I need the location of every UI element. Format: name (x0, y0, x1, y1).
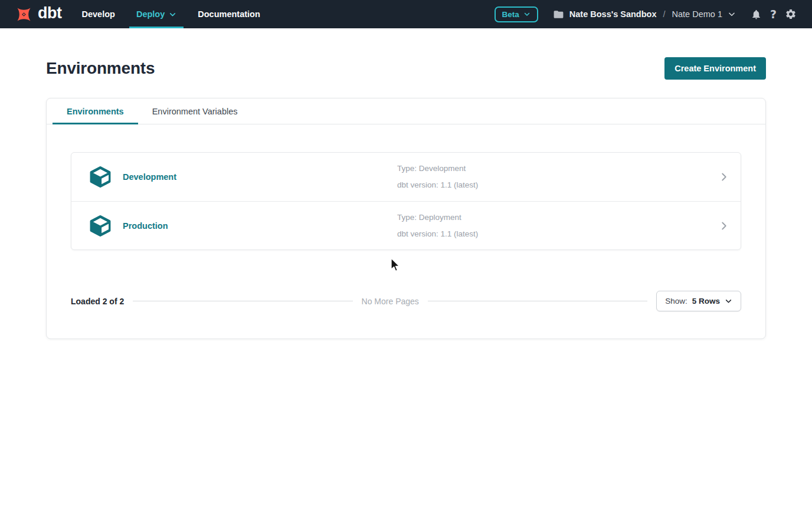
navbar-right-group: Beta Nate Boss's Sandbox / Nate Demo 1 ? (495, 6, 797, 22)
gear-icon[interactable] (785, 8, 797, 20)
folder-icon (553, 9, 564, 20)
loaded-count: Loaded 2 of 2 (71, 297, 124, 306)
beta-label: Beta (502, 10, 519, 19)
tab-label: Environment Variables (152, 107, 238, 116)
chevron-down-icon (169, 11, 176, 18)
environment-meta: Type: Development dbt version: 1.1 (late… (397, 160, 708, 193)
chevron-down-icon (728, 10, 736, 18)
help-icon[interactable]: ? (770, 8, 777, 21)
project-selector[interactable]: Nate Boss's Sandbox / Nate Demo 1 (553, 9, 736, 20)
dbt-logo-icon (14, 5, 34, 24)
page-header: Environments Create Environment (46, 57, 766, 80)
divider-line (428, 301, 647, 301)
navbar-icon-group: ? (751, 8, 797, 21)
chevron-right-icon[interactable] (718, 219, 731, 232)
environment-name-link[interactable]: Development (123, 172, 176, 182)
primary-nav: Develop Deploy Documentation (71, 0, 270, 28)
environment-row-production[interactable]: Production Type: Deployment dbt version:… (71, 201, 741, 249)
dbt-logo[interactable]: dbt (14, 5, 61, 24)
tab-bar: Environments Environment Variables (47, 98, 765, 124)
rows-per-page-dropdown[interactable]: Show: 5 Rows (656, 291, 741, 311)
environment-type: Type: Development (397, 160, 708, 177)
project-name: Nate Demo 1 (672, 9, 722, 19)
nav-item-documentation[interactable]: Documentation (191, 0, 267, 28)
page-title: Environments (46, 59, 155, 78)
rows-value: 5 Rows (692, 297, 720, 305)
no-more-pages-label: No More Pages (362, 297, 419, 306)
environment-dbt-version: dbt version: 1.1 (latest) (397, 177, 708, 193)
nav-item-label: Deploy (136, 9, 165, 19)
nav-item-label: Documentation (198, 9, 260, 19)
environment-row-left: Development (71, 166, 397, 188)
environment-dbt-version: dbt version: 1.1 (latest) (397, 226, 708, 242)
environment-meta: Type: Deployment dbt version: 1.1 (lates… (397, 209, 708, 242)
create-environment-button[interactable]: Create Environment (664, 57, 766, 80)
show-label: Show: (665, 297, 687, 305)
account-name: Nate Boss's Sandbox (569, 9, 657, 19)
environment-row-development[interactable]: Development Type: Development dbt versio… (71, 153, 741, 201)
card-body: Development Type: Development dbt versio… (47, 124, 765, 339)
chevron-right-icon[interactable] (718, 170, 731, 183)
chevron-down-icon (523, 11, 531, 18)
environment-type: Type: Deployment (397, 209, 708, 226)
environment-cube-icon (89, 166, 112, 188)
environment-list: Development Type: Development dbt versio… (71, 152, 741, 250)
dbt-logo-text: dbt (38, 5, 61, 21)
bell-icon[interactable] (751, 9, 762, 20)
tab-environment-variables[interactable]: Environment Variables (138, 98, 252, 124)
chevron-down-icon (725, 297, 732, 305)
nav-item-deploy[interactable]: Deploy (129, 0, 184, 28)
tab-label: Environments (67, 107, 124, 116)
help-glyph: ? (770, 8, 777, 21)
environment-name-link[interactable]: Production (123, 221, 168, 231)
tab-environments[interactable]: Environments (53, 98, 138, 124)
environments-card: Environments Environment Variables Devel… (46, 98, 766, 339)
divider-line (133, 301, 352, 301)
pagination-footer: Loaded 2 of 2 No More Pages Show: 5 Rows (71, 291, 741, 311)
environment-cube-icon (89, 215, 112, 237)
beta-dropdown-button[interactable]: Beta (495, 6, 538, 22)
top-navbar: dbt Develop Deploy Documentation Beta Na… (0, 0, 812, 28)
environment-row-left: Production (71, 215, 397, 237)
breadcrumb-separator: / (662, 9, 667, 19)
nav-item-label: Develop (81, 9, 114, 19)
nav-item-develop[interactable]: Develop (74, 0, 122, 28)
